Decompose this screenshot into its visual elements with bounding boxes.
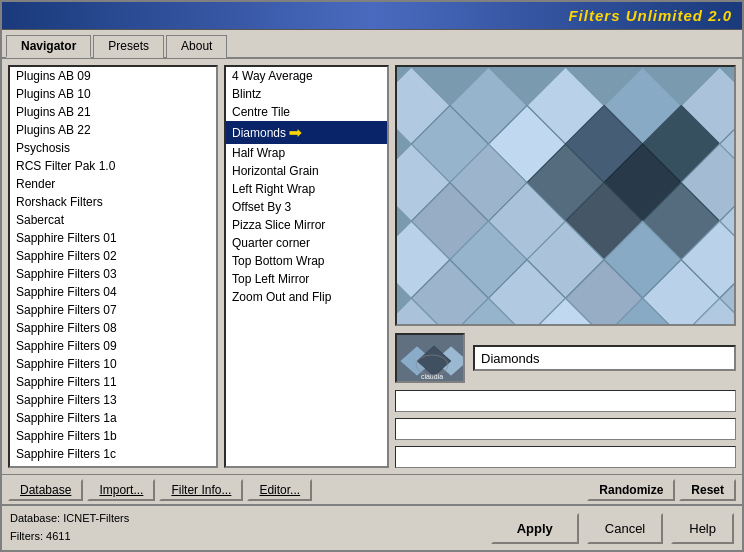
filter-name-display: Diamonds <box>473 345 736 371</box>
list-item[interactable]: ScreenWorks <box>10 463 216 468</box>
help-button[interactable]: Help <box>671 513 734 544</box>
database-button[interactable]: Database <box>8 479 83 501</box>
tab-about[interactable]: About <box>166 35 227 58</box>
param-row-3 <box>395 446 736 468</box>
filter-item-diamonds[interactable]: Diamonds ⬅ <box>226 121 387 144</box>
list-item[interactable]: Sapphire Filters 1c <box>10 445 216 463</box>
param-row-1 <box>395 390 736 412</box>
filter-thumbnail: claudia <box>395 333 465 383</box>
main-window: Filters Unlimited 2.0 Navigator Presets … <box>0 0 744 552</box>
action-bar: Database Import... Filter Info... Editor… <box>2 474 742 504</box>
randomize-button[interactable]: Randomize <box>587 479 675 501</box>
list-item[interactable]: RCS Filter Pak 1.0 <box>10 157 216 175</box>
preview-image <box>395 65 736 326</box>
list-item[interactable]: Sapphire Filters 03 <box>10 265 216 283</box>
editor-button[interactable]: Editor... <box>247 479 312 501</box>
filter-item[interactable]: Half Wrap <box>226 144 387 162</box>
filter-item[interactable]: Top Bottom Wrap <box>226 252 387 270</box>
list-item[interactable]: Sabercat <box>10 211 216 229</box>
filter-item[interactable]: Pizza Slice Mirror <box>226 216 387 234</box>
list-item[interactable]: Render <box>10 175 216 193</box>
filter-item[interactable]: Blintz <box>226 85 387 103</box>
list-item[interactable]: Plugins AB 09 <box>10 67 216 85</box>
tab-navigator[interactable]: Navigator <box>6 35 91 58</box>
filters-status: Filters: 4611 <box>10 528 483 546</box>
title-bar-text: Filters Unlimited 2.0 <box>568 7 732 24</box>
filter-info-button[interactable]: Filter Info... <box>159 479 243 501</box>
list-item[interactable]: Sapphire Filters 13 <box>10 391 216 409</box>
list-item[interactable]: Plugins AB 22 <box>10 121 216 139</box>
left-panel-plugin-list[interactable]: Plugins AB 09 Plugins AB 10 Plugins AB 2… <box>8 65 218 468</box>
cancel-button[interactable]: Cancel <box>587 513 663 544</box>
list-item[interactable]: Sapphire Filters 11 <box>10 373 216 391</box>
filter-item[interactable]: Quarter corner <box>226 234 387 252</box>
thumbnail-row: claudia Diamonds <box>395 332 736 384</box>
database-status: Database: ICNET-Filters <box>10 510 483 528</box>
diamond-pattern-svg <box>397 67 734 324</box>
list-item[interactable]: Sapphire Filters 07 <box>10 301 216 319</box>
tab-bar: Navigator Presets About <box>2 30 742 59</box>
filter-item[interactable]: Centre Tile <box>226 103 387 121</box>
list-item[interactable]: Plugins AB 10 <box>10 85 216 103</box>
filter-item[interactable]: 4 Way Average <box>226 67 387 85</box>
main-content: Plugins AB 09 Plugins AB 10 Plugins AB 2… <box>2 59 742 474</box>
list-item[interactable]: Sapphire Filters 04 <box>10 283 216 301</box>
list-item[interactable]: Sapphire Filters 02 <box>10 247 216 265</box>
list-item[interactable]: Sapphire Filters 10 <box>10 355 216 373</box>
right-panel: claudia Diamonds <box>395 65 736 468</box>
middle-panel-filter-list[interactable]: 4 Way Average Blintz Centre Tile Diamond… <box>224 65 389 468</box>
import-button[interactable]: Import... <box>87 479 155 501</box>
list-item[interactable]: Sapphire Filters 08 <box>10 319 216 337</box>
list-item[interactable]: Rorshack Filters <box>10 193 216 211</box>
list-item[interactable]: Sapphire Filters 1a <box>10 409 216 427</box>
list-item[interactable]: Sapphire Filters 09 <box>10 337 216 355</box>
list-item[interactable]: Plugins AB 21 <box>10 103 216 121</box>
list-item[interactable]: Psychosis <box>10 139 216 157</box>
filter-item[interactable]: Zoom Out and Flip <box>226 288 387 306</box>
reset-button[interactable]: Reset <box>679 479 736 501</box>
apply-button[interactable]: Apply <box>491 513 579 544</box>
cursor-arrow-icon: ⬅ <box>289 123 302 142</box>
list-item[interactable]: Sapphire Filters 1b <box>10 427 216 445</box>
tab-presets[interactable]: Presets <box>93 35 164 58</box>
filter-item[interactable]: Offset By 3 <box>226 198 387 216</box>
thumbnail-svg: claudia <box>397 335 465 383</box>
list-item[interactable]: Sapphire Filters 01 <box>10 229 216 247</box>
status-text: Database: ICNET-Filters Filters: 4611 <box>10 510 483 545</box>
param-row-2 <box>395 418 736 440</box>
filter-item[interactable]: Horizontal Grain <box>226 162 387 180</box>
title-bar: Filters Unlimited 2.0 <box>2 2 742 30</box>
filter-item[interactable]: Top Left Mirror <box>226 270 387 288</box>
status-bar: Database: ICNET-Filters Filters: 4611 Ap… <box>2 504 742 550</box>
filter-item[interactable]: Left Right Wrap <box>226 180 387 198</box>
